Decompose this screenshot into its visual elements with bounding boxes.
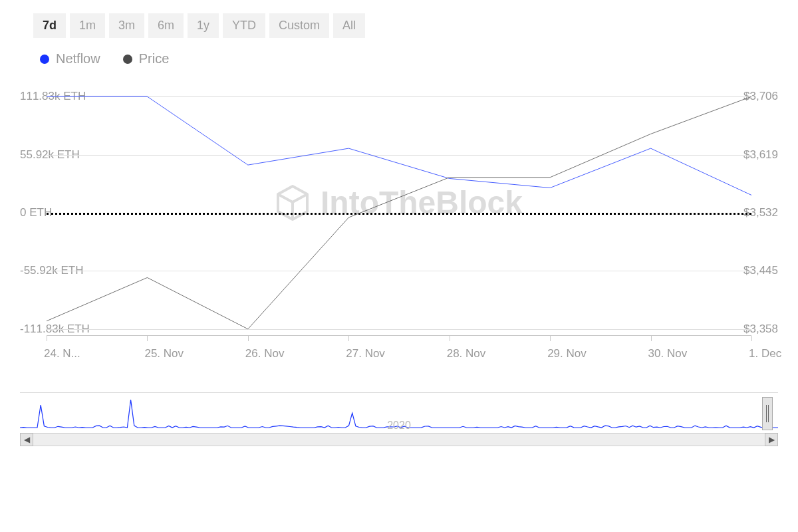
legend-dot-netflow [40,55,49,64]
range-tabs: 7d 1m 3m 6m 1y YTD Custom All [33,13,778,38]
legend-label-netflow: Netflow [56,51,100,66]
chart-legend: Netflow Price [40,51,778,66]
x-label: 25. Nov [144,347,184,360]
range-tab-1y[interactable]: 1y [188,13,219,38]
x-tick [450,336,450,341]
legend-item-netflow[interactable]: Netflow [40,51,100,66]
legend-dot-price [123,55,132,64]
x-tick [248,336,249,341]
x-tick [751,336,752,341]
range-tab-7d[interactable]: 7d [33,13,66,38]
scroll-track[interactable] [33,433,765,446]
navigator-year-label: 2020 [387,420,411,432]
main-chart[interactable]: IntoTheBlock 111.83k ETH 55.92k ETH 0 ET… [20,86,778,339]
chart-lines [47,86,751,339]
x-tick [651,336,652,341]
range-tab-custom[interactable]: Custom [269,13,329,38]
x-label: 28. Nov [447,347,486,360]
navigator-plot[interactable]: 2020 [20,393,778,433]
plot-area [47,86,751,339]
line-price [47,96,751,329]
range-tab-all[interactable]: All [333,13,365,38]
legend-label-price: Price [139,51,170,66]
scroll-left-button[interactable]: ◀ [20,433,33,446]
x-tick [550,336,551,341]
navigator-scrollbar[interactable]: ◀ ▶ [20,433,778,446]
range-tab-3m[interactable]: 3m [109,13,144,38]
x-label: 29. Nov [547,347,587,360]
line-netflow [47,96,751,195]
x-tick [348,336,349,341]
x-label: 30. Nov [648,347,688,360]
range-tab-6m[interactable]: 6m [148,13,184,38]
scroll-right-button[interactable]: ▶ [765,433,778,446]
range-tab-1m[interactable]: 1m [70,13,105,38]
navigator-handle[interactable] [762,397,773,430]
navigator[interactable]: 2020 ◀ ▶ [20,392,778,446]
x-axis [47,335,751,343]
x-label: 1. Dec [749,347,781,360]
x-axis-labels: 24. N...25. Nov26. Nov27. Nov28. Nov29. … [47,347,751,363]
legend-item-price[interactable]: Price [123,51,170,66]
x-label: 24. N... [44,347,80,360]
x-label: 27. Nov [346,347,385,360]
x-label: 26. Nov [245,347,285,360]
x-tick [147,336,148,341]
range-tab-ytd[interactable]: YTD [223,13,265,38]
x-tick [47,336,47,341]
